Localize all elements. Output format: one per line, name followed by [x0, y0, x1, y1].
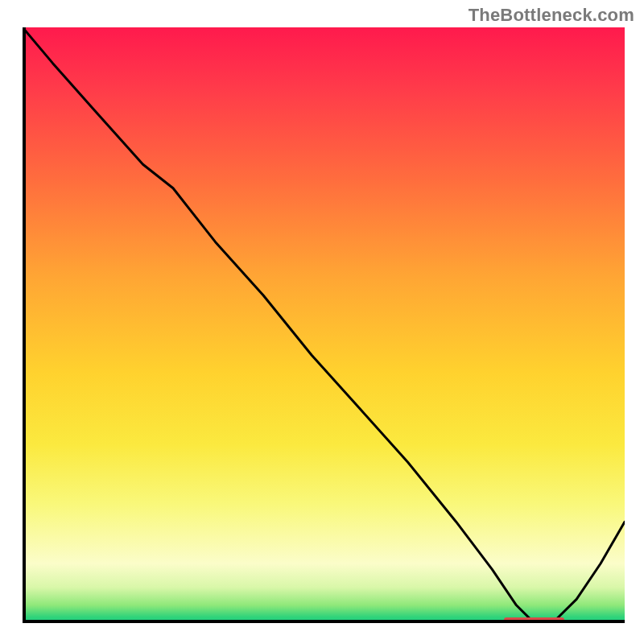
curve-svg: [23, 27, 625, 623]
watermark-text: TheBottleneck.com: [469, 5, 634, 26]
plot-area: [23, 27, 625, 623]
optimal-range-marker: [504, 617, 564, 622]
bottleneck-curve-path: [23, 27, 625, 623]
chart-container: TheBottleneck.com: [0, 0, 644, 644]
